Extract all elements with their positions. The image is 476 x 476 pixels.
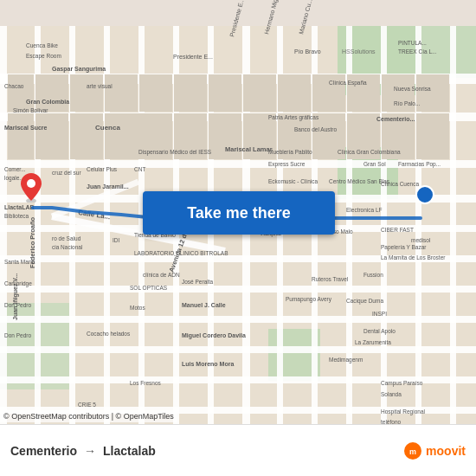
svg-text:Patria Artes gráficas: Patria Artes gráficas bbox=[268, 114, 319, 121]
svg-rect-39 bbox=[209, 74, 241, 112]
svg-text:Escape Room: Escape Room bbox=[26, 53, 61, 60]
moovit-icon: m bbox=[403, 441, 422, 460]
route-from: Cementerio bbox=[10, 444, 77, 458]
svg-text:Gaspar Sangurima: Gaspar Sangurima bbox=[52, 66, 106, 73]
svg-text:Pío Bravo: Pío Bravo bbox=[294, 48, 321, 55]
svg-text:Mueblería Pablito: Mueblería Pablito bbox=[268, 149, 312, 155]
svg-point-143 bbox=[27, 179, 35, 188]
svg-text:Mariscal Sucre: Mariscal Sucre bbox=[4, 125, 48, 131]
map-container: Presidente E... Hermano Migu... Mariano … bbox=[0, 0, 476, 476]
svg-text:Cambridge: Cambridge bbox=[4, 280, 32, 287]
bottom-bar: Cementerio → Llactalab m moovit bbox=[0, 424, 476, 476]
svg-rect-36 bbox=[105, 74, 138, 112]
svg-text:Eckomusic - Clínica: Eckomusic - Clínica bbox=[268, 178, 318, 184]
svg-text:Express Sucre: Express Sucre bbox=[268, 161, 306, 168]
svg-text:Celular Plus: Celular Plus bbox=[87, 166, 118, 172]
svg-text:IDI: IDI bbox=[113, 237, 120, 243]
svg-text:TREEX Cía L...: TREEX Cía L... bbox=[398, 48, 437, 55]
svg-text:Don Pedro: Don Pedro bbox=[4, 332, 31, 338]
svg-text:Clínica Gran Colombiana: Clínica Gran Colombiana bbox=[338, 149, 401, 155]
svg-text:Chacao: Chacao bbox=[4, 83, 24, 89]
svg-text:m: m bbox=[409, 447, 416, 456]
svg-text:Clínica España: Clínica España bbox=[329, 80, 367, 87]
svg-text:José Peralta: José Peralta bbox=[182, 279, 214, 285]
svg-text:CRIE 5: CRIE 5 bbox=[78, 402, 96, 408]
svg-rect-38 bbox=[174, 74, 207, 112]
moovit-brand-text: moovit bbox=[426, 444, 466, 458]
svg-point-144 bbox=[416, 186, 434, 203]
svg-rect-33 bbox=[8, 74, 34, 112]
svg-text:Cocacho helados: Cocacho helados bbox=[87, 331, 131, 337]
svg-text:HSSolutions: HSSolutions bbox=[342, 48, 376, 55]
svg-text:Cacique Duma: Cacique Duma bbox=[346, 298, 383, 305]
svg-text:Clínica Cuenca: Clínica Cuenca bbox=[381, 181, 419, 187]
svg-text:Medimagenm: Medimagenm bbox=[329, 357, 363, 363]
route-arrow: → bbox=[84, 444, 96, 458]
svg-text:Electronica LF: Electronica LF bbox=[346, 207, 383, 213]
svg-text:Dental Apolo: Dental Apolo bbox=[363, 328, 396, 335]
svg-text:Cementerio...: Cementerio... bbox=[376, 116, 415, 122]
svg-text:Solanda: Solanda bbox=[381, 391, 402, 397]
route-to: Llactalab bbox=[103, 444, 156, 458]
copyright-notice: © OpenStreetMap contributors | © OpenMap… bbox=[0, 410, 177, 422]
svg-text:Cuenca Bike: Cuenca Bike bbox=[26, 42, 58, 48]
svg-text:Ruteros Travel: Ruteros Travel bbox=[312, 276, 349, 282]
svg-text:Pumapungo Avery: Pumapungo Avery bbox=[286, 296, 332, 303]
svg-text:SOL OPTICAS: SOL OPTICAS bbox=[130, 285, 168, 291]
svg-text:Fussion: Fussion bbox=[363, 272, 383, 278]
moovit-logo: m moovit bbox=[403, 441, 466, 460]
svg-text:Biblioteca: Biblioteca bbox=[4, 213, 29, 219]
svg-text:Motos: Motos bbox=[130, 305, 145, 311]
svg-text:Manuel J. Calle: Manuel J. Calle bbox=[182, 302, 226, 308]
svg-text:Río Palo...: Río Palo... bbox=[394, 100, 421, 106]
svg-text:Miguel Cordero Davila: Miguel Cordero Davila bbox=[182, 332, 246, 339]
svg-text:Hospital Regional: Hospital Regional bbox=[381, 408, 426, 415]
route-info: Cementerio → Llactalab bbox=[10, 444, 403, 458]
svg-text:Federico Proaño: Federico Proaño bbox=[29, 216, 36, 268]
svg-rect-40 bbox=[243, 74, 276, 112]
svg-text:cruz del sur: cruz del sur bbox=[52, 170, 81, 176]
svg-text:Papelería Y Bazar: Papelería Y Bazar bbox=[381, 244, 427, 251]
svg-rect-34 bbox=[35, 74, 68, 112]
svg-rect-30 bbox=[450, 26, 456, 450]
svg-text:arte visual: arte visual bbox=[87, 83, 113, 89]
svg-rect-57 bbox=[416, 113, 449, 159]
svg-text:CNT: CNT bbox=[134, 166, 145, 172]
svg-text:Farmacias Pop...: Farmacias Pop... bbox=[398, 161, 441, 168]
svg-rect-17 bbox=[0, 26, 7, 450]
svg-text:Luis Moreno Mora: Luis Moreno Mora bbox=[182, 361, 234, 367]
svg-text:Cuenca: Cuenca bbox=[95, 124, 120, 132]
svg-text:INSPI: INSPI bbox=[372, 311, 387, 317]
svg-text:CIBER FAST: CIBER FAST bbox=[381, 227, 414, 233]
svg-text:Los Fresnos: Los Fresnos bbox=[130, 380, 162, 386]
svg-text:Gran Sol: Gran Sol bbox=[363, 161, 386, 167]
svg-text:La Mamita de Los Broster: La Mamita de Los Broster bbox=[381, 254, 446, 261]
svg-text:medisol: medisol bbox=[411, 237, 431, 243]
svg-rect-35 bbox=[70, 74, 103, 112]
svg-rect-45 bbox=[416, 74, 449, 112]
svg-text:Juan Iñiguez V...: Juan Iñiguez V... bbox=[12, 273, 19, 320]
svg-rect-41 bbox=[278, 74, 311, 112]
svg-text:cia Nacional: cia Nacional bbox=[52, 244, 83, 250]
svg-text:La Zarumenita: La Zarumenita bbox=[355, 339, 391, 345]
svg-text:Gran Colombia: Gran Colombia bbox=[26, 99, 69, 105]
take-me-there-button[interactable]: Take me there bbox=[143, 191, 335, 235]
svg-text:ro de Salud: ro de Salud bbox=[52, 235, 81, 241]
svg-text:Simón Bolívar: Simón Bolívar bbox=[13, 107, 48, 113]
svg-text:Juan Jaramil...: Juan Jaramil... bbox=[87, 183, 129, 190]
origin-pin bbox=[19, 171, 43, 206]
svg-text:PINTULA...: PINTULA... bbox=[398, 40, 427, 46]
svg-text:Mariscal Lamar: Mariscal Lamar bbox=[225, 145, 273, 153]
svg-rect-46 bbox=[8, 113, 34, 159]
svg-rect-48 bbox=[70, 113, 103, 159]
svg-text:Presidente E...: Presidente E... bbox=[173, 54, 213, 60]
map-svg: Presidente E... Hermano Migu... Mariano … bbox=[0, 0, 476, 476]
svg-rect-47 bbox=[35, 113, 68, 159]
svg-text:Campus Paraíso: Campus Paraíso bbox=[381, 380, 423, 387]
svg-text:Nueva Sonrisa: Nueva Sonrisa bbox=[394, 86, 431, 92]
svg-rect-37 bbox=[139, 74, 172, 112]
svg-text:Dispensario Médico del IESS: Dispensario Médico del IESS bbox=[138, 149, 212, 156]
svg-text:Banco del Austro: Banco del Austro bbox=[294, 126, 338, 132]
destination-pin bbox=[415, 185, 434, 208]
